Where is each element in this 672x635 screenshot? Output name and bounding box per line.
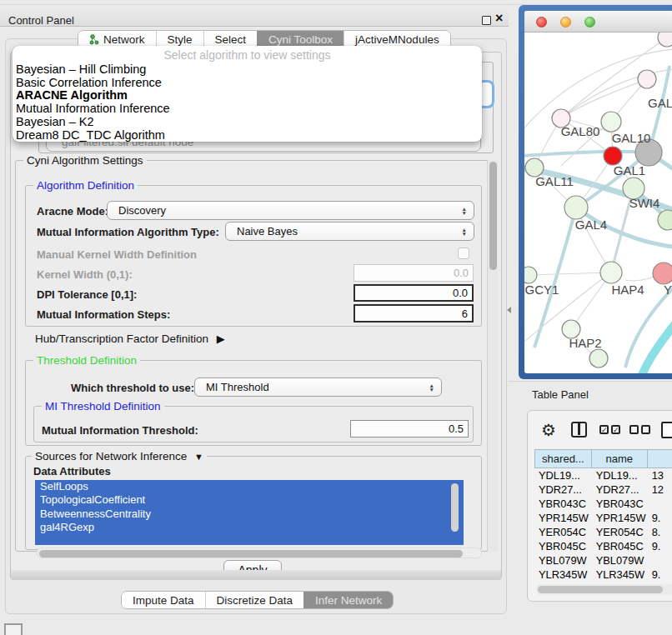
algorithm-option-bayesian-k2[interactable]: Bayesian – K2: [13, 116, 482, 129]
document-icon[interactable]: [661, 422, 672, 438]
column-header-name[interactable]: name: [592, 449, 648, 468]
node-label-hap4: HAP4: [611, 282, 644, 297]
table-row[interactable]: YLR345WYLR345W9.: [534, 568, 672, 582]
control-panel-titlebar: Control Panel ×: [0, 5, 509, 27]
table-row[interactable]: YBL079WYBL079W: [534, 553, 672, 568]
hub-definition-toggle[interactable]: Hub/Transcription Factor Definition ▶: [35, 332, 225, 345]
algorithm-option-mutual-information-inference[interactable]: Mutual Information Inference: [13, 102, 482, 116]
table-row[interactable]: YER054CYER054C8.: [534, 525, 672, 539]
select-all-icon[interactable]: ✓: [599, 425, 609, 434]
minimize-window-icon[interactable]: [560, 17, 571, 28]
tab-infer-network[interactable]: Infer Network: [303, 592, 393, 608]
network-node-hap4[interactable]: [600, 262, 622, 283]
network-node[interactable]: [604, 147, 622, 165]
mi-threshold-label: Mutual Information Threshold:: [42, 424, 198, 437]
table-body: YDL19...YDL19...13YDR27...YDR27...12YBR0…: [534, 468, 672, 582]
sources-group-title[interactable]: Sources for Network Inference ▼: [32, 450, 207, 462]
settings-scrollbar-thumb[interactable]: [489, 162, 497, 270]
network-node-gal10[interactable]: [601, 112, 621, 132]
node-label-gal10: GAL10: [612, 131, 651, 145]
network-edge: [524, 49, 672, 132]
table-row[interactable]: YBR045CYBR045C9.: [534, 539, 672, 553]
which-threshold-combo[interactable]: MI Threshold ▲▼: [194, 378, 442, 397]
table-cell: YBL079W: [592, 553, 648, 568]
table-row[interactable]: YPR145WYPR145W9.: [534, 511, 672, 525]
settings-horizontal-scrollbar[interactable]: [37, 548, 482, 558]
column-layout-icon[interactable]: [571, 422, 587, 438]
table-cell: 9.: [648, 539, 672, 553]
node-label-gcy1: GCY1: [525, 282, 559, 297]
algorithm-option-bayesian-hill-climbing[interactable]: Bayesian – Hill Climbing: [13, 63, 482, 77]
data-attributes-list[interactable]: SelfLoopsTopologicalCoefficientBetweenne…: [35, 480, 464, 545]
algorithm-option-dream8-dc-tdc-algorithm[interactable]: Dream8 DC_TDC Algorithm: [13, 129, 482, 142]
attribute-item-topologicalcoefficient[interactable]: TopologicalCoefficient: [35, 493, 464, 507]
node-label-gal80: GAL80: [561, 124, 600, 138]
network-node-gcy1[interactable]: [524, 267, 537, 283]
splitter-collapse-icon[interactable]: [507, 307, 511, 313]
network-node[interactable]: [589, 349, 608, 368]
attribute-item-partial[interactable]: [35, 535, 464, 545]
network-node-gal4[interactable]: [564, 196, 588, 219]
deselect-all-icon-2[interactable]: [641, 425, 650, 434]
float-panel-icon[interactable]: [482, 16, 491, 25]
node-table: shared...name YDL19...YDL19...13YDR27...…: [534, 449, 672, 582]
stepper-icon: ▲▼: [462, 227, 467, 236]
network-node-gal[interactable]: [638, 70, 656, 88]
table-horizontal-scrollbar[interactable]: [536, 584, 672, 595]
mi-type-label: Mutual Information Algorithm Type:: [37, 226, 219, 238]
table-cell: YBR043C: [592, 497, 648, 511]
attribute-item-betweennesscentrality[interactable]: BetweennessCentrality: [35, 508, 464, 521]
network-canvas[interactable]: GALGAL80GAL10GAL1GAL11SWI4GAL4GCY1HAP4YH…: [524, 32, 672, 373]
close-icon[interactable]: ×: [495, 12, 503, 25]
attribute-item-selfloops[interactable]: SelfLoops: [35, 480, 464, 493]
table-cell: [648, 553, 672, 568]
zoom-window-icon[interactable]: [584, 17, 595, 28]
mi-steps-field[interactable]: [354, 304, 474, 322]
minimized-panel-icon[interactable]: [4, 623, 23, 635]
manual-kernel-checkbox[interactable]: [458, 248, 469, 259]
table-cell: YLR345W: [534, 568, 592, 582]
table-scrollbar-thumb[interactable]: [538, 586, 663, 593]
table-panel-title: Table Panel: [532, 388, 589, 401]
attribute-item-gal4rgexp[interactable]: gal4RGexp: [35, 521, 464, 534]
network-window-titlebar: [524, 11, 672, 32]
tab-discretize-data[interactable]: Discretize Data: [205, 592, 304, 608]
attributes-list-scrollbar[interactable]: [450, 482, 460, 543]
attributes-scrollbar-thumb[interactable]: [451, 483, 459, 532]
network-node[interactable]: [658, 32, 672, 47]
aracne-mode-combo[interactable]: Discovery ▲▼: [107, 201, 474, 220]
table-cell: 12: [648, 482, 672, 497]
table-cell: YBL079W: [534, 553, 592, 568]
bottom-tab-bar: Impute DataDiscretize DataInfer Network: [121, 591, 394, 609]
horizontal-scrollbar-thumb[interactable]: [39, 550, 463, 558]
tab-impute-data[interactable]: Impute Data: [122, 592, 205, 608]
table-cell: YBR045C: [592, 539, 648, 553]
column-header-extra[interactable]: [648, 449, 672, 468]
table-row[interactable]: YDL19...YDL19...13: [534, 468, 672, 482]
dropdown-placeholder: Select algorithm to view settings: [13, 48, 482, 63]
table-cell: YDR27...: [592, 482, 648, 497]
table-row[interactable]: YBR043CYBR043C: [534, 497, 672, 511]
table-cell: [648, 497, 672, 511]
node-label-hap2: HAP2: [569, 336, 601, 350]
network-node-y[interactable]: [653, 262, 672, 284]
mi-type-combo[interactable]: Naive Bayes ▲▼: [225, 222, 474, 241]
kernel-width-label: Kernel Width (0,1):: [37, 268, 133, 281]
close-window-icon[interactable]: [536, 17, 547, 28]
table-cell: 13: [648, 468, 672, 482]
algorithm-definition-title: Algorithm Definition: [33, 179, 138, 192]
dpi-tolerance-field[interactable]: [354, 284, 474, 302]
kernel-width-field[interactable]: [354, 264, 474, 282]
deselect-all-icon[interactable]: [629, 425, 639, 434]
column-header-shared[interactable]: shared...: [534, 449, 592, 468]
table-row[interactable]: YDR27...YDR27...12: [534, 482, 672, 497]
mi-threshold-field[interactable]: [350, 420, 469, 438]
select-all-icon-2[interactable]: ✓: [611, 425, 620, 434]
tab-label: Network: [103, 33, 145, 46]
node-label-gal: GAL: [648, 96, 672, 110]
table-cell: YBR045C: [534, 539, 592, 553]
settings-scrollbar[interactable]: [487, 160, 498, 552]
algorithm-option-aracne-algorithm[interactable]: ARACNE Algorithm: [13, 89, 482, 102]
settings-gear-icon[interactable]: ⚙: [541, 422, 556, 438]
algorithm-option-basic-correlation-inference[interactable]: Basic Correlation Inference: [13, 77, 482, 90]
